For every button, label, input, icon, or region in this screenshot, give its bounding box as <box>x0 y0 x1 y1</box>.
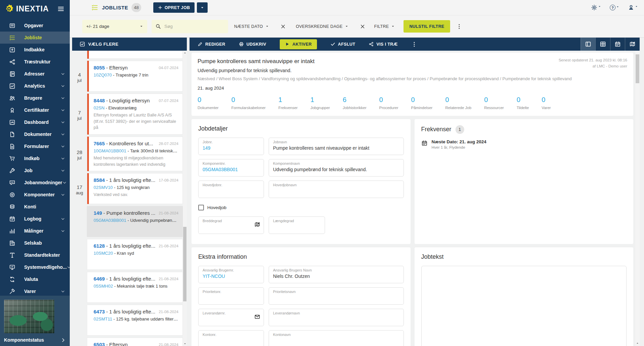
stat-relaterede-job[interactable]: 0Relaterede Job <box>445 96 471 110</box>
field-kontonavn[interactable]: Kontonavn <box>269 330 404 346</box>
field-kontonr[interactable]: Kontonr. <box>198 330 264 346</box>
scrollbar-track[interactable] <box>183 55 187 342</box>
joblist-icon <box>9 35 15 41</box>
scroll-top-icon[interactable] <box>636 342 639 345</box>
job-list-item-partial[interactable] <box>87 51 183 59</box>
aktiver-button[interactable]: AKTIVER <box>280 39 317 49</box>
stat-varer[interactable]: 0Varer <box>542 96 551 110</box>
scrollbar-thumb[interactable] <box>183 227 186 301</box>
stat-ressourcer[interactable]: 0Ressourcer <box>484 96 504 110</box>
date-range-select[interactable]: +/- 21 dage <box>82 20 147 33</box>
job-list-item[interactable]: 8055 - Eftersyn04-07-202410ZQ070 - Trape… <box>87 61 183 92</box>
sidebar-item-komponenter[interactable]: Komponenter <box>0 189 70 201</box>
select-multiple-button[interactable]: VÆLG FLERE <box>72 38 187 51</box>
udskriv-button[interactable]: UDSKRIV <box>239 42 266 47</box>
settings-button[interactable] <box>591 4 601 11</box>
view-map-button[interactable] <box>625 38 640 51</box>
help-button[interactable]: ? <box>610 5 619 10</box>
afslut-button[interactable]: AFSLUT <box>330 42 356 47</box>
scroll-down-icon[interactable] <box>183 342 186 345</box>
sidebar-item-indk-b[interactable]: Indkøb <box>0 152 70 164</box>
filters-menu[interactable]: FILTRE <box>374 24 395 29</box>
filter-more-options-icon[interactable] <box>456 23 462 30</box>
field-ansvarlig-brugers-navn[interactable]: Ansvarlig Brugers NavnNiels Chr. Outzen <box>269 266 404 283</box>
field-hovedjobnr[interactable]: Hovedjobnr. <box>198 181 264 198</box>
sidebar-item-systemvedligeho[interactable]: Systemvedligeho... <box>0 261 70 273</box>
sidebar-item-adresser[interactable]: Adresser <box>0 68 70 80</box>
sidebar-item-job[interactable]: Job <box>0 164 70 177</box>
field-leverand-rnavn[interactable]: Leverandørnavn <box>269 309 404 326</box>
sidebar-item-varer[interactable]: Varer <box>0 285 70 296</box>
job-list-item[interactable]: 6503 - Eftersyn21-08-202410ZQ007 - 1/4 p… <box>87 338 183 346</box>
sidebar-item-jobanmodninger[interactable]: Jobanmodninger <box>0 177 70 189</box>
latitude-field[interactable]: Breddegrad <box>198 216 264 234</box>
job-list-item[interactable]: 6469 - 1 års lovpligtig efte...21-08-202… <box>87 272 183 303</box>
view-split-button[interactable] <box>581 38 595 51</box>
field-ansvarlig-brugernr[interactable]: Ansvarlig Brugernr.YIT-NCOU <box>198 266 264 283</box>
job-list-item[interactable]: 149 - Pumpe kontrolleres ...21-08-202405… <box>87 206 183 237</box>
clear-overdue-days-icon[interactable] <box>360 24 365 29</box>
field-hovedjobnavn[interactable]: Hovedjobnavn <box>269 181 404 198</box>
sidebar-item-konti[interactable]: Konti <box>0 201 70 213</box>
sidebar-item-komponentstatus[interactable]: Komponentstatus <box>4 337 66 343</box>
menu-toggle-icon[interactable] <box>57 5 64 12</box>
field-prioritetsnr[interactable]: Prioritetsnr. <box>198 287 264 305</box>
stat-jobhistorikker[interactable]: 6Jobhistorikker <box>343 96 367 110</box>
sidebar-item-analytics[interactable]: Analytics <box>0 80 70 92</box>
user-menu-button[interactable] <box>628 4 638 11</box>
frequency-item[interactable]: Næste Dato: 21. aug 2024 Hver 1 år, Flyd… <box>421 139 627 149</box>
field-jobnavn[interactable]: JobnavnPumpe kontrolleres samt niveauvip… <box>269 138 404 155</box>
stat-value: 0 <box>231 96 266 104</box>
sidebar-item-m-linger[interactable]: Målinger <box>0 225 70 237</box>
stat-tildelte[interactable]: 0Tildelte <box>517 96 529 110</box>
sidebar-item-dokumenter[interactable]: Dokumenter <box>0 128 70 140</box>
next-date-filter[interactable]: NÆSTE DATO <box>234 24 269 29</box>
field-prioritetsnavn[interactable]: Prioritetsnavn <box>269 287 404 305</box>
sidebar-item-certifikater[interactable]: Certifikater <box>0 104 70 116</box>
sidebar-item-indbakke[interactable]: Indbakke <box>0 44 70 56</box>
sidebar-item-dashboard[interactable]: Dashboard <box>0 116 70 128</box>
stat-dokumenter[interactable]: 0Dokumenter <box>198 96 219 110</box>
overdue-days-filter[interactable]: OVERSKREDNE DAGE <box>296 24 349 29</box>
jobtext-field[interactable] <box>421 266 627 346</box>
rediger-button[interactable]: REDIGER <box>198 42 225 47</box>
view-table-button[interactable] <box>595 38 610 51</box>
longitude-field[interactable]: Længdegrad <box>269 216 325 234</box>
vis-i-tr-button[interactable]: VIS I TRÆ <box>369 42 397 47</box>
sidebar-item-jobliste[interactable]: Jobliste <box>0 32 70 44</box>
sidebar-item-tr-struktur[interactable]: Træstruktur <box>0 56 70 68</box>
view-calendar-button[interactable] <box>610 38 625 51</box>
create-job-button[interactable]: OPRET JOB <box>153 2 195 13</box>
job-list-item[interactable]: 8448 - Lovpligtig eftersyn07-07-202402SN… <box>87 94 183 135</box>
sidebar-item-logbog[interactable]: Logbog <box>0 213 70 225</box>
map-icon[interactable] <box>254 221 260 228</box>
stat-formularskabeloner[interactable]: 0Formularskabeloner <box>231 96 266 110</box>
sidebar-item-selskab[interactable]: Selskab <box>0 237 70 249</box>
sidebar-item-standardtekster[interactable]: Standardtekster <box>0 249 70 261</box>
field-leverand-rnr[interactable]: Leverandørnr. <box>198 309 264 326</box>
clear-next-date-icon[interactable] <box>280 24 286 29</box>
job-list-item[interactable]: 6128 - 1 års lovpligtig efte...21-08-202… <box>87 239 183 270</box>
job-list-item[interactable]: 7665 - Kontrolleres for ut...28-07-20241… <box>87 137 183 171</box>
stat-p-mindelser[interactable]: 0Påmindelser <box>411 96 432 110</box>
hovedjob-checkbox-row[interactable]: Hovedjob <box>198 205 404 210</box>
job-list-item[interactable]: 8584 - 1 års lovpligtig efte...17-08-202… <box>87 173 183 204</box>
component-status-photo[interactable] <box>4 300 54 333</box>
sidebar-item-brugere[interactable]: Brugere <box>0 92 70 104</box>
field-komponentnavn[interactable]: KomponentnavnUdvendig pumpebrønd for tek… <box>269 159 404 177</box>
hovedjob-checkbox[interactable] <box>198 205 204 210</box>
reset-filters-button[interactable]: NULSTIL FILTRE <box>404 20 450 33</box>
search-input[interactable] <box>164 23 224 29</box>
job-list-item[interactable]: 6473 - 1 års lovpligtig efte...21-08-202… <box>87 305 183 336</box>
create-job-dropdown-button[interactable] <box>197 2 208 13</box>
sidebar-item-formularer[interactable]: Formularer <box>0 140 70 152</box>
stat-procedurer[interactable]: 0Procedurer <box>379 96 398 110</box>
stat-frekvenser[interactable]: 1Frekvenser <box>278 96 298 110</box>
field-komponentnr[interactable]: Komponentnr.05GMA03BB001 <box>198 159 264 177</box>
field-jobnr[interactable]: Jobnr.149 <box>198 138 264 155</box>
sidebar-item-opgaver[interactable]: Opgaver <box>0 19 70 32</box>
stat-jobgrupper[interactable]: 1Jobgrupper <box>310 96 330 110</box>
scrollbar-thumb[interactable] <box>636 54 639 83</box>
sidebar-item-valuta[interactable]: Valuta <box>0 273 70 285</box>
scroll-up-icon[interactable] <box>183 51 186 54</box>
